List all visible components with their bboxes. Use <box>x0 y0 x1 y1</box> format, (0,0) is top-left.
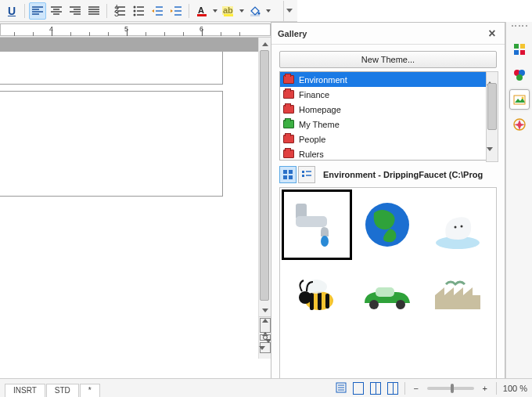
svg-point-21 <box>321 236 329 247</box>
next-page-button[interactable] <box>260 342 271 353</box>
theme-row-finance[interactable]: Finance <box>280 87 498 102</box>
svg-rect-39 <box>520 44 525 49</box>
paint-bucket-button[interactable] <box>246 2 264 20</box>
scroll-thumb[interactable] <box>260 50 269 301</box>
svg-rect-17 <box>302 171 304 173</box>
svg-rect-41 <box>520 50 525 55</box>
document-area[interactable] <box>0 38 258 378</box>
svg-rect-12 <box>250 14 260 16</box>
align-justify-button[interactable] <box>85 2 102 20</box>
align-center-button[interactable] <box>48 2 65 20</box>
detail-view-button[interactable] <box>298 166 315 183</box>
thumbnail-green-car[interactable] <box>354 262 421 329</box>
scroll-thumb[interactable] <box>487 83 497 130</box>
sidebar-styles-button[interactable] <box>509 64 530 85</box>
folder-icon <box>283 150 294 158</box>
highlight-dropdown[interactable] <box>239 2 245 20</box>
close-icon[interactable] <box>486 27 498 40</box>
scroll-up-button[interactable] <box>259 38 271 50</box>
numbered-list-button[interactable]: 123 <box>111 2 128 20</box>
svg-point-26 <box>455 226 457 229</box>
page-top[interactable] <box>0 52 223 85</box>
decrease-indent-button[interactable] <box>149 2 166 20</box>
thumbnail-factory[interactable] <box>424 262 491 329</box>
theme-list[interactable]: Environment Finance Homepage My Theme Pe… <box>279 71 498 161</box>
thumbnail-earth[interactable] <box>354 191 421 258</box>
prev-page-button[interactable] <box>260 318 271 333</box>
book-view-button[interactable] <box>387 382 398 395</box>
svg-point-24 <box>450 220 455 225</box>
sidebar-deck <box>505 22 532 397</box>
gallery-title: Gallery <box>278 29 307 38</box>
separator <box>106 4 107 18</box>
align-left-button[interactable] <box>29 2 46 20</box>
new-theme-button[interactable]: New Theme... <box>279 51 497 68</box>
svg-rect-16 <box>289 175 293 179</box>
scroll-up-button[interactable] <box>487 72 498 82</box>
svg-rect-10 <box>224 14 233 16</box>
zoom-slider[interactable] <box>427 387 474 390</box>
multi-page-view-button[interactable] <box>370 382 381 395</box>
svg-rect-38 <box>514 44 519 49</box>
folder-icon <box>283 90 294 99</box>
svg-rect-31 <box>325 294 329 309</box>
svg-point-35 <box>369 300 379 309</box>
sidebar-gallery-button[interactable] <box>509 89 530 110</box>
svg-rect-34 <box>376 287 394 297</box>
horizontal-ruler[interactable]: 4 5 6 <box>0 22 271 38</box>
folder-icon <box>283 75 294 84</box>
std-cell[interactable]: STD <box>46 384 79 397</box>
scroll-down-button[interactable] <box>487 151 498 161</box>
highlight-button[interactable]: ab <box>220 2 237 20</box>
svg-point-25 <box>462 218 467 223</box>
theme-row-rulers[interactable]: Rulers <box>280 146 498 161</box>
theme-row-mytheme[interactable]: My Theme <box>280 117 498 132</box>
grip-icon[interactable] <box>512 25 527 27</box>
svg-point-4 <box>134 9 136 12</box>
theme-row-people[interactable]: People <box>280 132 498 146</box>
bullet-list-button[interactable] <box>130 2 147 20</box>
svg-rect-7 <box>197 14 207 16</box>
scroll-down-button[interactable] <box>259 304 271 316</box>
theme-row-environment[interactable]: Environment <box>280 72 498 87</box>
thumbnail-dripping-faucet[interactable] <box>283 191 350 258</box>
modified-cell[interactable]: * <box>80 384 100 397</box>
insert-mode-cell[interactable]: INSRT <box>5 384 45 397</box>
underline-button[interactable]: U <box>3 2 20 20</box>
svg-text:3: 3 <box>114 9 119 17</box>
zoom-out-button[interactable]: − <box>412 384 421 393</box>
gallery-thumbnails[interactable] <box>279 187 497 395</box>
svg-point-33 <box>305 280 327 294</box>
sidebar-navigator-button[interactable] <box>509 114 530 135</box>
icon-view-button[interactable] <box>279 166 297 183</box>
document-vertical-scrollbar[interactable] <box>258 38 271 359</box>
svg-rect-18 <box>302 175 304 177</box>
formatting-toolbar: U 123 A ab <box>0 0 297 22</box>
sidebar-properties-button[interactable] <box>509 39 530 60</box>
theme-list-scrollbar[interactable] <box>486 71 498 162</box>
font-color-dropdown[interactable] <box>212 2 218 20</box>
zoom-level-label[interactable]: 100 % <box>503 384 527 393</box>
folder-icon <box>283 120 294 128</box>
align-right-button[interactable] <box>66 2 84 20</box>
svg-rect-37 <box>435 295 480 309</box>
page[interactable] <box>0 91 223 197</box>
theme-row-homepage[interactable]: Homepage <box>280 102 498 117</box>
svg-rect-15 <box>283 175 287 179</box>
svg-rect-20 <box>296 216 327 227</box>
separator <box>189 4 189 18</box>
svg-rect-14 <box>289 170 293 174</box>
svg-point-36 <box>396 300 405 309</box>
single-page-view-button[interactable] <box>353 382 364 395</box>
paint-bucket-dropdown[interactable] <box>265 2 271 20</box>
svg-rect-9 <box>222 6 233 15</box>
increase-indent-button[interactable] <box>167 2 185 20</box>
outline-icon[interactable] <box>336 382 347 395</box>
thumbnail-polar-bear[interactable] <box>424 191 491 258</box>
toolbar-overflow[interactable] <box>283 1 294 21</box>
zoom-in-button[interactable]: + <box>480 384 490 393</box>
svg-rect-30 <box>318 292 322 310</box>
font-color-button[interactable]: A <box>193 2 210 20</box>
svg-rect-13 <box>283 170 287 174</box>
thumbnail-bee[interactable] <box>283 262 350 329</box>
